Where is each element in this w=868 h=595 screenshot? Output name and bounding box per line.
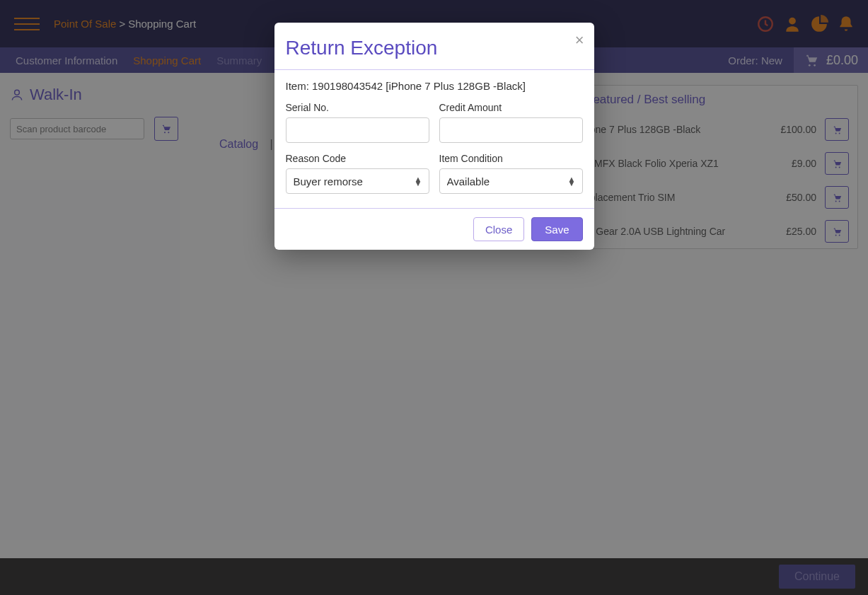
reason-select[interactable]: Buyer remorse [286, 168, 429, 194]
reason-label: Reason Code [286, 153, 429, 164]
condition-label: Item Condition [439, 153, 583, 164]
credit-label: Credit Amount [439, 102, 583, 113]
close-icon[interactable]: × [575, 31, 584, 50]
modal-footer: Close Save [274, 208, 594, 250]
save-button[interactable]: Save [531, 217, 582, 241]
modal-title: Return Exception [274, 23, 594, 69]
credit-input[interactable] [439, 117, 583, 143]
item-label: Item: 190198043542 [iPhone 7 Plus 128GB … [286, 80, 583, 92]
close-button[interactable]: Close [473, 217, 524, 241]
serial-input[interactable] [286, 117, 429, 143]
return-exception-modal: × Return Exception Item: 190198043542 [i… [274, 23, 594, 250]
condition-select[interactable]: Available [439, 168, 583, 194]
modal-body: Item: 190198043542 [iPhone 7 Plus 128GB … [274, 70, 594, 208]
serial-label: Serial No. [286, 102, 429, 113]
